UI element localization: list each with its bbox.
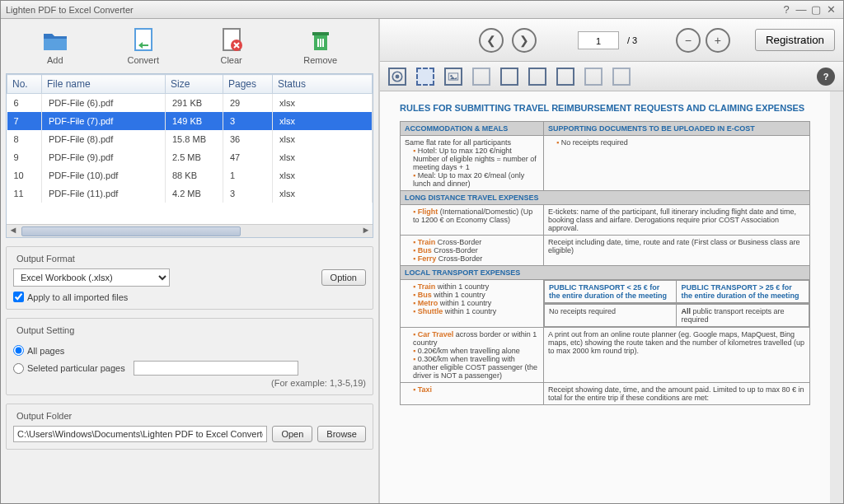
tool-5-icon[interactable] bbox=[500, 68, 518, 86]
page-range-input[interactable] bbox=[134, 361, 298, 376]
format-select[interactable]: Excel Workbook (.xlsx) bbox=[13, 268, 170, 287]
col-status[interactable]: Status bbox=[273, 75, 373, 94]
image-tool-icon[interactable] bbox=[444, 68, 462, 86]
titlebar: Lighten PDF to Excel Converter ? — ▢ ✕ bbox=[1, 1, 843, 19]
output-folder-group: Output Folder Open Browse bbox=[6, 404, 373, 450]
svg-point-8 bbox=[450, 74, 452, 76]
cell-file: PDF-File (10).pdf bbox=[42, 166, 166, 184]
scrollbar-thumb[interactable] bbox=[21, 226, 241, 236]
cell-file: PDF-File (6).pdf bbox=[42, 94, 166, 113]
scroll-right-arrow[interactable]: ► bbox=[359, 225, 373, 238]
folder-add-icon bbox=[42, 27, 68, 54]
cell-pages: 3 bbox=[223, 112, 273, 130]
cell-file: PDF-File (11).pdf bbox=[42, 184, 166, 203]
selected-pages-radio[interactable] bbox=[13, 363, 24, 374]
option-button[interactable]: Option bbox=[321, 269, 366, 286]
main-toolbar: Add Convert Clear Remove bbox=[6, 24, 373, 73]
page-number-input[interactable]: 1 bbox=[578, 31, 619, 49]
add-button[interactable]: Add bbox=[42, 27, 68, 65]
cell-size: 15.8 MB bbox=[166, 130, 223, 148]
col-size[interactable]: Size bbox=[166, 75, 223, 94]
table-row[interactable]: 6PDF-File (6).pdf291 KB29xlsx bbox=[7, 94, 373, 113]
clear-label: Clear bbox=[218, 55, 245, 65]
table-row[interactable]: 9PDF-File (9).pdf2.5 MB47xlsx bbox=[7, 148, 373, 166]
marquee-tool-icon[interactable] bbox=[416, 68, 434, 86]
registration-button[interactable]: Registration bbox=[755, 29, 835, 51]
col-pages[interactable]: Pages bbox=[223, 75, 273, 94]
cell-file: PDF-File (7).pdf bbox=[42, 112, 166, 130]
output-setting-legend: Output Setting bbox=[13, 325, 77, 335]
cell-no: 11 bbox=[7, 184, 42, 203]
help-button[interactable]: ? bbox=[779, 3, 794, 16]
preview-toolbar: ❮ ❯ 1 / 3 − + Registration bbox=[380, 19, 843, 62]
table-row[interactable]: 7PDF-File (7).pdf149 KB3xlsx bbox=[7, 112, 373, 130]
remove-button[interactable]: Remove bbox=[303, 27, 337, 65]
tool-4-icon[interactable] bbox=[472, 68, 490, 86]
apply-all-label: Apply to all imported files bbox=[27, 292, 128, 302]
maximize-button[interactable]: ▢ bbox=[809, 3, 823, 16]
all-pages-radio[interactable] bbox=[13, 345, 24, 356]
apply-all-checkbox[interactable] bbox=[13, 292, 24, 302]
tool-6-icon[interactable] bbox=[528, 68, 546, 86]
zoom-out-button[interactable]: − bbox=[676, 28, 701, 53]
selected-pages-label: Seleted particular pages bbox=[27, 363, 125, 373]
tool-7-icon[interactable] bbox=[556, 68, 574, 86]
table-row[interactable]: 8PDF-File (8).pdf15.8 MB36xlsx bbox=[7, 130, 373, 148]
col-no[interactable]: No. bbox=[7, 75, 42, 94]
doc-title: RULES FOR SUBMITTING TRAVEL REIMBURSEMEN… bbox=[400, 103, 810, 113]
scroll-left-arrow[interactable]: ◄ bbox=[7, 225, 20, 238]
doc-table: ACCOMMODATION & MEALSSUPPORTING DOCUMENT… bbox=[400, 121, 810, 405]
cell-no: 8 bbox=[7, 130, 42, 148]
select-tool-icon[interactable] bbox=[388, 68, 406, 86]
page-range-example: (For example: 1,3-5,19) bbox=[13, 378, 366, 388]
cell-status: xlsx bbox=[273, 184, 373, 203]
cell-size: 4.2 MB bbox=[166, 184, 223, 203]
clear-icon bbox=[218, 27, 245, 54]
minimize-button[interactable]: — bbox=[794, 3, 809, 16]
close-button[interactable]: ✕ bbox=[823, 3, 838, 16]
convert-button[interactable]: Convert bbox=[127, 27, 159, 65]
cell-pages: 47 bbox=[223, 148, 273, 166]
add-label: Add bbox=[42, 55, 68, 65]
document-preview[interactable]: RULES FOR SUBMITTING TRAVEL REIMBURSEMEN… bbox=[380, 91, 843, 503]
table-row[interactable]: 11PDF-File (11).pdf4.2 MB3xlsx bbox=[7, 184, 373, 203]
output-format-group: Output Format Excel Workbook (.xlsx) Opt… bbox=[6, 246, 373, 310]
file-table: No. File name Size Pages Status 6PDF-Fil… bbox=[6, 73, 373, 238]
cell-file: PDF-File (8).pdf bbox=[42, 130, 166, 148]
document-convert-icon bbox=[130, 27, 157, 54]
output-path-input[interactable] bbox=[13, 426, 267, 442]
cell-status: xlsx bbox=[273, 166, 373, 184]
cell-no: 7 bbox=[7, 112, 42, 130]
cell-status: xlsx bbox=[273, 148, 373, 166]
clear-button[interactable]: Clear bbox=[218, 27, 245, 65]
browse-button[interactable]: Browse bbox=[317, 426, 366, 442]
open-button[interactable]: Open bbox=[272, 426, 312, 442]
prev-page-button[interactable]: ❮ bbox=[479, 28, 504, 53]
horizontal-scrollbar[interactable]: ◄ ► bbox=[7, 224, 373, 237]
page-total: / 3 bbox=[627, 35, 637, 45]
cell-pages: 36 bbox=[223, 130, 273, 148]
cell-size: 88 KB bbox=[166, 166, 223, 184]
tool-8-icon[interactable] bbox=[584, 68, 603, 86]
help-icon[interactable]: ? bbox=[817, 68, 835, 86]
cell-no: 6 bbox=[7, 94, 42, 113]
cell-size: 291 KB bbox=[166, 94, 223, 113]
cell-file: PDF-File (9).pdf bbox=[42, 148, 166, 166]
cell-pages: 1 bbox=[223, 166, 273, 184]
table-row[interactable]: 10PDF-File (10).pdf88 KB1xlsx bbox=[7, 166, 373, 184]
all-pages-label: All pages bbox=[27, 346, 64, 356]
remove-label: Remove bbox=[303, 55, 337, 65]
col-file[interactable]: File name bbox=[42, 75, 166, 94]
svg-rect-0 bbox=[135, 29, 152, 50]
window-title: Lighten PDF to Excel Converter bbox=[6, 5, 134, 15]
output-folder-legend: Output Folder bbox=[13, 411, 75, 421]
cell-size: 149 KB bbox=[166, 112, 223, 130]
cell-status: xlsx bbox=[273, 94, 373, 113]
next-page-button[interactable]: ❯ bbox=[512, 28, 537, 53]
output-setting-group: Output Setting All pages Seleted particu… bbox=[6, 318, 373, 395]
zoom-in-button[interactable]: + bbox=[706, 28, 730, 53]
selection-toolbar: ? bbox=[380, 62, 843, 91]
cell-status: xlsx bbox=[273, 130, 373, 148]
tool-9-icon[interactable] bbox=[612, 68, 631, 86]
svg-point-6 bbox=[396, 74, 400, 78]
